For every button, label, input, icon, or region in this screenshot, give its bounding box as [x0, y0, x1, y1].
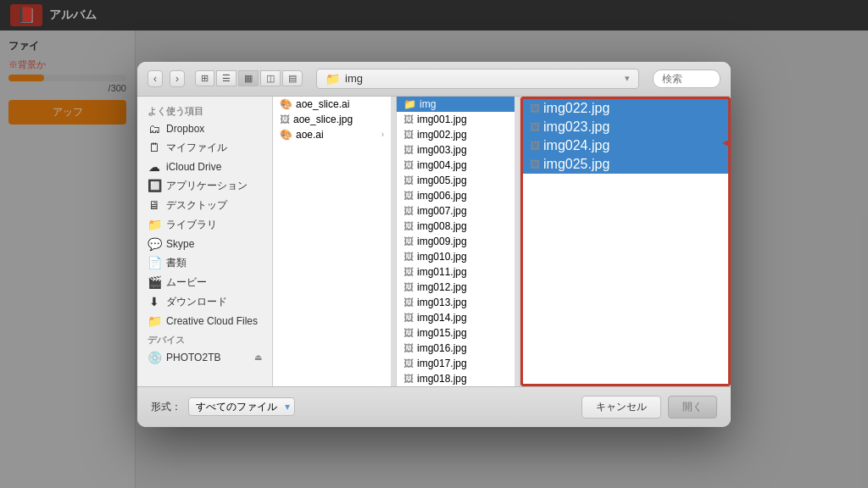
format-section: 形式： すべてのファイル ▾: [151, 397, 295, 416]
file-name: img024.jpg: [543, 138, 609, 153]
jpg-icon: 🖼: [403, 251, 414, 263]
sidebar-photo2tb-label: PHOTO2TB: [166, 352, 220, 363]
dropbox-icon: 🗂: [147, 122, 161, 136]
jpg-icon: 🖼: [530, 121, 540, 133]
file-name: aoe.ai: [296, 129, 324, 141]
file-name: img022.jpg: [543, 101, 609, 116]
file-item[interactable]: 🖼img004.jpg: [397, 158, 515, 173]
jpg-icon: 🖼: [403, 205, 414, 217]
file-item[interactable]: 🖼img013.jpg: [397, 295, 515, 310]
file-column-1: 🎨 aoe_slice.ai 🖼 aoe_slice.jpg 🎨 aoe.ai …: [273, 97, 392, 386]
folder-name: img: [345, 72, 363, 85]
file-name: img006.jpg: [417, 190, 467, 202]
folder-icon: 📁: [326, 72, 340, 86]
jpg-icon: 🖼: [403, 266, 414, 278]
file-name: aoe_slice.ai: [296, 98, 349, 110]
search-input[interactable]: [653, 69, 721, 88]
file-list-col3: 🖼img022.jpg🖼img023.jpg🖼img024.jpg🖼img025…: [523, 99, 728, 174]
file-name: img014.jpg: [417, 312, 467, 324]
chevron-right-icon: ›: [381, 130, 384, 139]
file-item[interactable]: 🖼img012.jpg: [397, 280, 515, 295]
jpg-file-icon: 🖼: [280, 114, 290, 125]
jpg-icon: 🖼: [403, 358, 414, 369]
sidebar-item-downloads[interactable]: ⬇ ダウンロード: [137, 292, 272, 312]
folder-dropdown-icon[interactable]: ▾: [625, 73, 630, 84]
file-item[interactable]: 🖼img008.jpg: [397, 219, 515, 234]
file-name: img003.jpg: [417, 144, 467, 156]
sidebar-item-myfiles[interactable]: 🗒 マイファイル: [137, 138, 272, 158]
file-item[interactable]: 🖼img024.jpg: [523, 136, 728, 155]
sidebar-item-creative-cloud[interactable]: 📁 Creative Cloud Files: [137, 312, 272, 330]
file-item[interactable]: 🖼img005.jpg: [397, 173, 515, 188]
jpg-icon: 🖼: [403, 129, 414, 141]
ai-file-icon2: 🎨: [280, 129, 292, 141]
view-list-btn[interactable]: ☰: [216, 70, 236, 86]
jpg-icon: 🖼: [403, 312, 414, 324]
file-list-col2: 🖼img001.jpg🖼img002.jpg🖼img003.jpg🖼img004…: [397, 112, 515, 386]
sidebar-desktop-label: デスクトップ: [166, 198, 227, 213]
forward-button[interactable]: ›: [170, 70, 185, 87]
dialog-footer: 形式： すべてのファイル ▾ キャンセル 開く: [137, 386, 731, 427]
sidebar-item-dropbox[interactable]: 🗂 Dropbox: [137, 119, 272, 138]
file-item[interactable]: 🖼img009.jpg: [397, 234, 515, 249]
file-item[interactable]: 🖼img007.jpg: [397, 203, 515, 219]
jpg-icon: 🖼: [403, 220, 414, 232]
view-column-btn[interactable]: ▦: [238, 70, 259, 86]
apps-icon: 🔲: [147, 179, 161, 192]
file-item[interactable]: 🖼img018.jpg: [397, 371, 515, 386]
file-name: img011.jpg: [417, 266, 467, 278]
sidebar-downloads-label: ダウンロード: [166, 295, 227, 309]
file-name: img015.jpg: [417, 327, 467, 339]
jpg-icon: 🖼: [403, 190, 414, 202]
file-item[interactable]: 🖼img014.jpg: [397, 310, 515, 325]
file-item[interactable]: 🖼img010.jpg: [397, 249, 515, 264]
sidebar-item-library[interactable]: 📁 ライブラリ: [137, 215, 272, 235]
file-item[interactable]: 🖼img017.jpg: [397, 356, 515, 371]
sidebar-icloud-label: iCloud Drive: [166, 161, 221, 173]
sidebar-item-skype[interactable]: 💬 Skype: [137, 235, 272, 253]
view-cover-btn[interactable]: ◫: [260, 70, 281, 86]
sidebar-item-movies[interactable]: 🎬 ムービー: [137, 273, 272, 292]
dialog-body: よく使う項目 🗂 Dropbox 🗒 マイファイル ☁ iCloud Drive…: [137, 97, 731, 386]
icloud-icon: ☁: [147, 160, 161, 174]
sidebar-movies-label: ムービー: [166, 275, 207, 290]
jpg-icon: 🖼: [530, 158, 540, 170]
file-item[interactable]: 🖼img016.jpg: [397, 341, 515, 356]
file-name: img025.jpg: [543, 157, 609, 172]
view-icon-btn[interactable]: ⊞: [195, 70, 214, 86]
file-item[interactable]: 🖼img011.jpg: [397, 264, 515, 280]
file-item[interactable]: 🖼img002.jpg: [397, 127, 515, 142]
file-name: img001.jpg: [417, 114, 467, 125]
file-name: img023.jpg: [543, 119, 609, 135]
file-item[interactable]: 🖼img025.jpg: [523, 155, 728, 174]
sidebar-item-icloud[interactable]: ☁ iCloud Drive: [137, 158, 272, 176]
footer-buttons: キャンセル 開く: [581, 396, 717, 419]
sidebar-item-applications[interactable]: 🔲 アプリケーション: [137, 176, 272, 196]
file-name: img007.jpg: [417, 205, 467, 217]
dialog-overlay: ‹ › ⊞ ☰ ▦ ◫ ▤ 📁 img ▾ よく使う項目: [0, 0, 868, 488]
format-select[interactable]: すべてのファイル: [188, 397, 295, 416]
folder-header[interactable]: 📁 img: [397, 97, 515, 112]
file-name: img013.jpg: [417, 297, 467, 308]
view-extra-btn[interactable]: ▤: [282, 70, 303, 86]
file-item[interactable]: 🖼img023.jpg: [523, 118, 728, 136]
file-item[interactable]: 🖼 aoe_slice.jpg: [273, 112, 391, 127]
eject-icon[interactable]: ⏏: [254, 352, 262, 362]
file-item[interactable]: 🖼img001.jpg: [397, 112, 515, 127]
sidebar-item-photo2tb[interactable]: 💿 PHOTO2TB ⏏: [137, 348, 272, 367]
file-item[interactable]: 🖼img003.jpg: [397, 142, 515, 158]
sidebar-item-desktop[interactable]: 🖥 デスクトップ: [137, 196, 272, 215]
cancel-button[interactable]: キャンセル: [581, 396, 661, 419]
library-icon: 📁: [147, 218, 161, 231]
sidebar-favorites-title: よく使う項目: [137, 102, 272, 119]
back-button[interactable]: ‹: [147, 70, 163, 87]
file-item[interactable]: 🖼img022.jpg: [523, 99, 728, 118]
file-item[interactable]: 🎨 aoe_slice.ai: [273, 97, 391, 112]
file-column-2: 📁 img 🖼img001.jpg🖼img002.jpg🖼img003.jpg🖼…: [397, 97, 515, 386]
file-item-folder[interactable]: 🎨 aoe.ai ›: [273, 127, 391, 142]
sidebar-item-documents[interactable]: 📄 書類: [137, 253, 272, 273]
file-item[interactable]: 🖼img006.jpg: [397, 188, 515, 203]
file-item[interactable]: 🖼img015.jpg: [397, 325, 515, 341]
jpg-icon: 🖼: [530, 103, 540, 114]
open-button[interactable]: 開く: [668, 396, 717, 419]
